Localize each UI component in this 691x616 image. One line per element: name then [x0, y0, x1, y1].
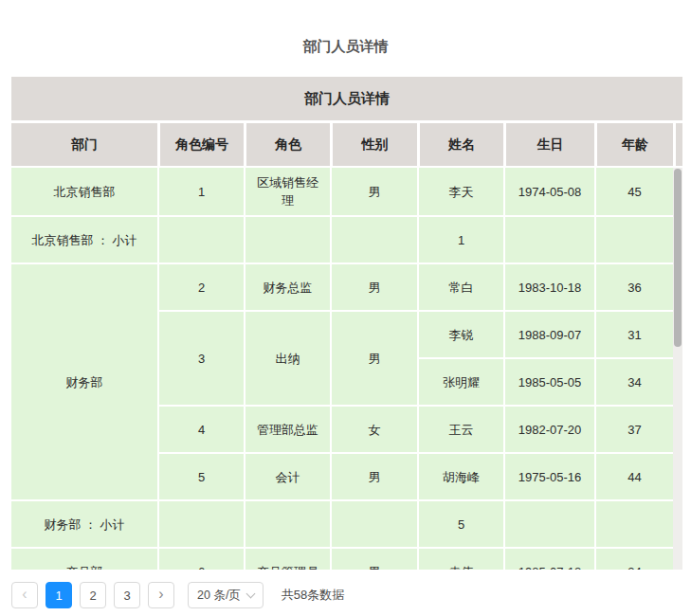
table-cell: 李锐	[417, 310, 503, 357]
table-row: 北京销售部1区域销售经理男李天1974-05-0845	[11, 168, 682, 215]
table-cell: 1	[157, 168, 244, 215]
table-caption: 部门人员详情	[11, 77, 682, 123]
table-cell: 男	[330, 168, 417, 215]
table-cell: 45	[594, 168, 673, 215]
table-cell: 6	[157, 547, 244, 570]
table-cell	[503, 215, 594, 263]
table-cell	[244, 499, 330, 547]
scrollbar-thumb[interactable]	[674, 169, 682, 347]
page-button-2[interactable]: 2	[80, 582, 106, 608]
column-header: 生日	[503, 123, 594, 168]
table-cell: 财务总监	[244, 263, 330, 310]
page-size-label: 20 条/页	[197, 588, 241, 604]
table-cell	[244, 215, 330, 263]
column-header: 性别	[330, 123, 417, 168]
table-cell: 男	[330, 263, 417, 310]
table-cell: 男	[330, 547, 417, 570]
table-cell: 男	[330, 452, 417, 499]
column-header: 部门	[11, 123, 157, 168]
subtotal-row: 财务部 ： 小计5	[11, 499, 682, 547]
table-cell	[330, 499, 417, 547]
table-cell: 北京销售部 ： 小计	[11, 215, 157, 263]
table-cell: 会计	[244, 452, 330, 499]
table-cell: 1983-10-18	[503, 263, 594, 310]
table-cell: 女	[330, 405, 417, 452]
table-cell: 北京销售部	[11, 168, 157, 215]
prev-page-button[interactable]: ‹	[11, 582, 38, 608]
table-cell: 4	[157, 405, 244, 452]
table-cell: 2	[157, 263, 244, 310]
page-size-select[interactable]: 20 条/页	[188, 582, 264, 608]
table-cell: 出纳	[244, 310, 330, 405]
table-cell: 男	[330, 310, 417, 405]
pagination: ‹ 123 › 20 条/页 共58条数据	[11, 582, 691, 608]
table-cell: 1985-05-05	[503, 357, 594, 405]
table-cell: 5	[157, 452, 244, 499]
subtotal-row: 北京销售部 ： 小计1	[11, 215, 682, 263]
table-cell: 1988-09-07	[503, 310, 594, 357]
table-cell: 44	[594, 452, 673, 499]
table-cell: 34	[594, 547, 673, 570]
table-card: 部门人员详情 部门角色编号角色性别姓名生日年龄 北京销售部1区域销售经理男李天1…	[11, 77, 682, 570]
table-cell: 1985-07-18	[503, 547, 594, 570]
next-page-button[interactable]: ›	[148, 582, 174, 608]
table-cell: 产品部	[11, 547, 157, 570]
table-cell	[503, 499, 594, 547]
column-header: 角色编号	[157, 123, 244, 168]
table-cell: 31	[594, 310, 673, 357]
chevron-down-icon	[245, 589, 255, 598]
column-header: 年龄	[594, 123, 673, 168]
column-header: 角色	[244, 123, 330, 168]
table-cell: 张明耀	[417, 357, 503, 405]
table-cell: 财务部 ： 小计	[11, 499, 157, 547]
department-table: 部门角色编号角色性别姓名生日年龄 北京销售部1区域销售经理男李天1974-05-…	[11, 123, 682, 570]
table-cell: 1	[417, 215, 503, 263]
table-cell: 5	[417, 499, 503, 547]
table-cell: 36	[594, 263, 673, 310]
chevron-left-icon: ‹	[22, 587, 27, 602]
total-count: 共58条数据	[282, 587, 344, 604]
table-cell: 区域销售经理	[244, 168, 330, 215]
table-cell: 产品管理员	[244, 547, 330, 570]
table-cell	[157, 499, 244, 547]
table-cell: 3	[157, 310, 244, 405]
table-cell: 1975-05-16	[503, 452, 594, 499]
column-header: 姓名	[417, 123, 503, 168]
table-cell: 34	[594, 357, 673, 405]
table-row: 产品部6产品管理员男袁伟1985-07-1834	[11, 547, 682, 570]
table-cell: 1974-05-08	[503, 168, 594, 215]
page-button-3[interactable]: 3	[114, 582, 140, 608]
page-button-1[interactable]: 1	[45, 582, 72, 608]
table-cell: 37	[594, 405, 673, 452]
table-cell	[594, 215, 673, 263]
table-cell: 李天	[417, 168, 503, 215]
table-cell: 袁伟	[417, 547, 503, 570]
table-cell: 王云	[417, 405, 503, 452]
page-number-buttons: 123	[45, 582, 148, 608]
table-cell: 胡海峰	[417, 452, 503, 499]
table-cell: 常白	[417, 263, 503, 310]
table-cell: 管理部总监	[244, 405, 330, 452]
page-title: 部门人员详情	[0, 0, 691, 55]
table-cell	[330, 215, 417, 263]
table-header: 部门角色编号角色性别姓名生日年龄	[11, 123, 682, 168]
table-cell	[157, 215, 244, 263]
chevron-right-icon: ›	[158, 587, 163, 602]
table-cell	[594, 499, 673, 547]
header-gutter	[673, 123, 682, 168]
table-cell: 1982-07-20	[503, 405, 594, 452]
table-cell: 财务部	[11, 263, 157, 499]
vertical-scrollbar[interactable]	[673, 168, 682, 570]
table-row: 财务部2财务总监男常白1983-10-1836	[11, 263, 682, 310]
